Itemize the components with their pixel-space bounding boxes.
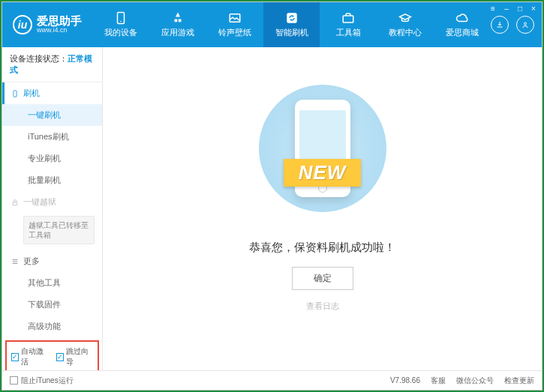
- titlebar-controls: ≡ – □ ×: [488, 4, 539, 13]
- jailbreak-notice: 越狱工具已转移至工具箱: [23, 216, 95, 244]
- close-icon[interactable]: ×: [528, 4, 539, 13]
- list-icon: [11, 258, 19, 265]
- maximize-icon[interactable]: □: [515, 4, 525, 13]
- nav-my-device[interactable]: 我的设备: [92, 2, 149, 47]
- success-illustration: NEW: [244, 85, 401, 220]
- footer-wechat[interactable]: 微信公众号: [456, 376, 494, 386]
- ribbon-icon: NEW: [244, 156, 401, 189]
- header: ≡ – □ × iu 爱思助手 www.i4.cn 我的设备 应用游戏 铃声壁纸: [2, 2, 542, 47]
- cloud-icon: [455, 11, 469, 25]
- nav-store[interactable]: 爱思商城: [434, 2, 491, 47]
- checkbox-empty-icon: [10, 376, 18, 385]
- view-log-link[interactable]: 查看日志: [306, 301, 339, 312]
- menu-icon[interactable]: ≡: [488, 4, 498, 13]
- version-label: V7.98.66: [390, 376, 420, 385]
- svg-rect-3: [287, 13, 297, 23]
- footer-update[interactable]: 检查更新: [504, 376, 534, 386]
- svg-rect-4: [344, 16, 354, 22]
- success-message: 恭喜您，保资料刷机成功啦！: [249, 241, 395, 255]
- nav-flash[interactable]: 智能刷机: [263, 2, 320, 47]
- sidebar-item-onekey-flash[interactable]: 一键刷机: [2, 104, 102, 126]
- nav-ringtone[interactable]: 铃声壁纸: [206, 2, 263, 47]
- logo-area: iu 爱思助手 www.i4.cn: [2, 2, 92, 47]
- checkmark-icon: ✓: [56, 353, 64, 361]
- nav: 我的设备 应用游戏 铃声壁纸 智能刷机 工具箱 教程中心: [92, 2, 491, 47]
- lock-icon: [11, 199, 19, 206]
- sidebar-item-pro-flash[interactable]: 专业刷机: [2, 148, 102, 169]
- app-name: 爱思助手: [37, 15, 82, 28]
- confirm-button[interactable]: 确定: [292, 267, 353, 290]
- checkbox-block-itunes[interactable]: 阻止iTunes运行: [10, 376, 74, 386]
- download-icon: [495, 20, 504, 29]
- nav-apps[interactable]: 应用游戏: [149, 2, 206, 47]
- minimize-icon[interactable]: –: [501, 4, 512, 13]
- section-jailbreak[interactable]: 一键越狱: [2, 191, 102, 213]
- app-url: www.i4.cn: [37, 27, 82, 34]
- svg-rect-7: [13, 202, 17, 205]
- section-more[interactable]: 更多: [2, 250, 102, 272]
- grad-cap-icon: [398, 11, 412, 25]
- logo-icon: iu: [13, 15, 32, 34]
- sidebar: 设备连接状态：正常模式 刷机 一键刷机 iTunes刷机 专业刷机 批量刷机 一…: [2, 47, 103, 370]
- sidebar-item-other-tools[interactable]: 其他工具: [2, 272, 102, 294]
- sidebar-item-itunes-flash[interactable]: iTunes刷机: [2, 126, 102, 148]
- sidebar-item-download-fw[interactable]: 下载固件: [2, 294, 102, 316]
- app-window: ≡ – □ × iu 爱思助手 www.i4.cn 我的设备 应用游戏 铃声壁纸: [2, 1, 542, 391]
- svg-point-1: [120, 21, 122, 22]
- apps-icon: [171, 11, 185, 25]
- connection-status: 设备连接状态：正常模式: [2, 47, 102, 82]
- user-button[interactable]: [516, 16, 534, 34]
- footer-service[interactable]: 客服: [431, 376, 446, 386]
- picture-icon: [228, 11, 242, 25]
- option-checkboxes: ✓ 自动激活 ✓ 跳过向导: [5, 340, 99, 370]
- toolbox-icon: [341, 11, 355, 25]
- checkmark-icon: ✓: [11, 353, 19, 361]
- phone-small-icon: [11, 90, 19, 97]
- section-flash[interactable]: 刷机: [2, 82, 102, 104]
- sidebar-item-batch-flash[interactable]: 批量刷机: [2, 169, 102, 191]
- svg-rect-6: [14, 90, 17, 96]
- checkbox-auto-activate[interactable]: ✓ 自动激活: [11, 346, 49, 367]
- footer: 阻止iTunes运行 V7.98.66 客服 微信公众号 检查更新: [2, 370, 542, 390]
- svg-point-5: [524, 22, 527, 25]
- phone-icon: [114, 11, 128, 25]
- nav-tutorial[interactable]: 教程中心: [377, 2, 434, 47]
- user-icon: [521, 20, 530, 29]
- refresh-icon: [285, 11, 299, 25]
- download-button[interactable]: [491, 16, 509, 34]
- checkbox-skip-guide[interactable]: ✓ 跳过向导: [56, 346, 94, 367]
- main-content: NEW 恭喜您，保资料刷机成功啦！ 确定 查看日志: [103, 47, 542, 370]
- nav-toolbox[interactable]: 工具箱: [320, 2, 377, 47]
- sidebar-item-advanced[interactable]: 高级功能: [2, 316, 102, 337]
- body: 设备连接状态：正常模式 刷机 一键刷机 iTunes刷机 专业刷机 批量刷机 一…: [2, 47, 542, 370]
